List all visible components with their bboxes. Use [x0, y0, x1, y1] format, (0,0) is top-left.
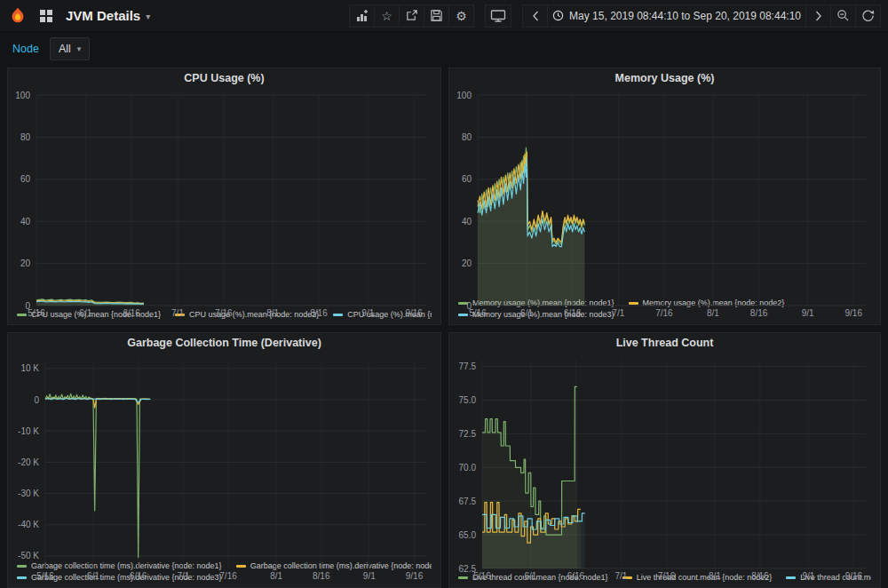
zoom-out-icon	[836, 9, 850, 22]
x-tick-label: 6/1	[79, 308, 91, 318]
x-tick-label: 7/16	[655, 308, 673, 318]
panel-cpu-usage: CPU Usage (%) 5/166/16/167/17/168/18/169…	[7, 68, 441, 325]
panel-gc-time: Garbage Collection Time (Derivative) 5/1…	[7, 332, 441, 588]
y-tick-label: 10 K	[20, 363, 39, 373]
y-tick-label: 72.5	[459, 429, 477, 439]
series-line	[45, 398, 150, 402]
y-tick-label: 75.0	[459, 395, 477, 405]
chevron-left-icon	[531, 10, 540, 22]
grafana-logo-icon[interactable]	[7, 5, 28, 27]
save-button[interactable]	[424, 4, 449, 28]
y-tick-label: 0	[25, 301, 30, 311]
chevron-right-icon	[814, 10, 823, 22]
y-tick-label: -50 K	[18, 551, 39, 560]
x-tick-label: 7/1	[171, 308, 184, 318]
refresh-button[interactable]	[855, 4, 881, 28]
dashboards-grid-icon[interactable]	[36, 5, 57, 27]
x-tick-label: 8/16	[751, 571, 769, 581]
x-tick-label: 8/16	[750, 308, 768, 318]
panel-memory-usage: Memory Usage (%) 5/166/16/167/17/168/18/…	[448, 68, 881, 325]
x-tick-label: 6/16	[123, 308, 140, 318]
monitor-icon	[490, 9, 506, 23]
y-tick-label: 62.5	[459, 564, 477, 574]
share-button[interactable]	[399, 4, 424, 28]
x-tick-label: 8/1	[709, 571, 721, 581]
y-tick-label: 0	[34, 395, 39, 405]
x-tick-label: 9/1	[802, 308, 814, 318]
x-tick-label: 9/16	[845, 308, 863, 318]
cycle-view-button[interactable]	[485, 4, 511, 28]
time-back-button[interactable]	[522, 4, 548, 28]
y-tick-label: 80	[462, 132, 472, 142]
gear-icon: ⚙	[456, 10, 467, 22]
time-forward-button[interactable]	[805, 4, 831, 28]
zoom-out-button[interactable]	[830, 4, 856, 28]
y-tick-label: 0	[466, 301, 472, 311]
star-button[interactable]: ☆	[374, 4, 400, 28]
x-tick-label: 8/1	[266, 308, 279, 318]
x-tick-label: 5/16	[36, 571, 54, 581]
x-tick-label: 5/16	[28, 308, 45, 318]
y-tick-label: -30 K	[18, 489, 39, 498]
star-icon: ☆	[381, 10, 392, 22]
y-tick-label: 80	[20, 132, 31, 142]
settings-button[interactable]: ⚙	[448, 4, 474, 28]
memory-usage-chart[interactable]: 5/166/16/167/17/168/18/169/19/1602040608…	[453, 88, 876, 297]
live-thread-count-chart[interactable]: 5/166/16/167/17/168/18/169/19/1662.565.0…	[453, 353, 876, 571]
x-tick-label: 9/16	[405, 308, 423, 318]
y-tick-label: 60	[462, 174, 472, 184]
x-tick-label: 8/16	[313, 571, 330, 581]
navbar: JVM Details ▾ ☆	[0, 0, 888, 32]
variable-label[interactable]: Node	[9, 43, 43, 55]
gc-time-chart[interactable]: 5/166/16/167/17/168/18/169/19/1610 K0-10…	[12, 353, 437, 560]
y-tick-label: 67.5	[459, 497, 477, 506]
x-tick-label: 6/1	[87, 571, 99, 581]
caret-down-icon: ▾	[146, 10, 150, 21]
x-tick-label: 7/1	[177, 571, 189, 581]
y-tick-label: -40 K	[18, 520, 39, 529]
y-tick-label: -10 K	[18, 426, 39, 436]
x-tick-label: 8/1	[270, 571, 282, 581]
submenu: Node All ▾	[0, 32, 888, 66]
series-line	[45, 393, 150, 557]
dashboard-grid: CPU Usage (%) 5/166/16/167/17/168/18/169…	[0, 64, 888, 588]
x-tick-label: 6/16	[130, 571, 147, 581]
x-tick-label: 9/1	[363, 571, 376, 581]
variable-node-select[interactable]: All ▾	[50, 37, 90, 60]
caret-down-icon: ▾	[77, 44, 82, 53]
x-tick-label: 9/1	[802, 571, 814, 581]
x-tick-label: 9/16	[406, 571, 424, 581]
panel-title[interactable]: CPU Usage (%)	[8, 68, 440, 88]
x-tick-label: 9/16	[845, 571, 863, 581]
add-panel-icon	[355, 9, 369, 23]
y-tick-label: 65.0	[459, 530, 477, 540]
cpu-usage-chart[interactable]: 5/166/16/167/17/168/18/169/19/1602040608…	[12, 88, 437, 308]
panel-title[interactable]: Memory Usage (%)	[449, 68, 880, 88]
x-tick-label: 6/16	[564, 308, 582, 318]
x-tick-label: 7/16	[658, 571, 676, 581]
x-tick-label: 5/16	[473, 571, 491, 581]
time-range-text: May 15, 2019 08:44:10 to Sep 20, 2019 08…	[569, 10, 801, 22]
share-icon	[405, 9, 418, 22]
add-panel-button[interactable]	[349, 4, 375, 28]
time-range-button[interactable]: May 15, 2019 08:44:10 to Sep 20, 2019 08…	[547, 4, 806, 28]
dashboard-title-dropdown[interactable]: JVM Details ▾	[66, 8, 150, 23]
y-tick-label: 20	[462, 258, 472, 268]
panel-title[interactable]: Garbage Collection Time (Derivative)	[8, 333, 440, 353]
page-title: JVM Details	[66, 8, 140, 23]
x-tick-label: 8/1	[707, 308, 719, 318]
x-tick-label: 7/16	[215, 308, 233, 318]
clock-icon	[552, 10, 564, 21]
y-tick-label: 100	[15, 91, 30, 100]
y-tick-label: 60	[20, 174, 31, 184]
refresh-icon	[861, 9, 875, 22]
x-tick-label: 7/16	[219, 571, 237, 581]
save-icon	[430, 9, 443, 22]
panel-title[interactable]: Live Thread Count	[449, 333, 880, 353]
chart-svg: 5/166/16/167/17/168/18/169/19/1602040608…	[12, 88, 437, 320]
panel-live-thread-count: Live Thread Count 5/166/16/167/17/168/18…	[448, 332, 881, 588]
y-tick-label: 40	[462, 217, 472, 226]
y-tick-label: 70.0	[459, 463, 477, 473]
y-tick-label: 100	[456, 91, 472, 100]
x-tick-label: 9/1	[361, 308, 374, 318]
